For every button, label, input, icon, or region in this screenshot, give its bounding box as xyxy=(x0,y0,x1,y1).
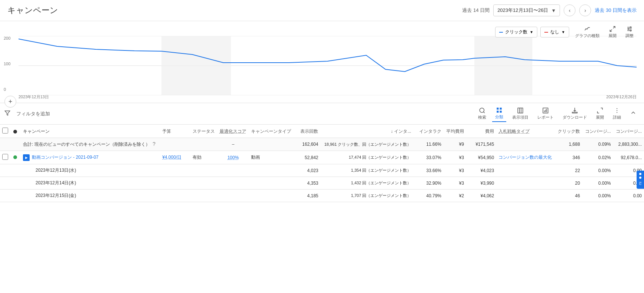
col-campaign[interactable]: キャンペーン xyxy=(21,125,160,138)
sub-bid-cell xyxy=(496,164,555,177)
col-campaign-type: キャンペーンタイプ xyxy=(249,125,294,138)
campaign-score-cell: 100% xyxy=(217,151,249,164)
campaign-bid-link[interactable]: コンバージョン数の最大化 xyxy=(498,155,552,160)
y-axis-labels: 200 100 0 xyxy=(4,36,10,92)
prev-period-button[interactable]: ‹ xyxy=(564,4,575,16)
x-label-end: 2023年12月26日 xyxy=(606,94,637,100)
date-range-value: 2023年12月13日〜26日 xyxy=(497,7,548,14)
metric1-selector[interactable]: クリック数 ▼ xyxy=(495,27,537,37)
sub-score-cell xyxy=(217,164,249,177)
total-bid-cell xyxy=(496,138,555,151)
campaign-checkbox[interactable] xyxy=(2,154,8,160)
side-indicator-label: tU xyxy=(638,182,642,185)
side-panel-indicator[interactable]: tU xyxy=(637,171,644,189)
campaign-name-link[interactable]: 動画コンバージョン - 2021-09-07 xyxy=(32,154,99,161)
collapse-button[interactable] xyxy=(627,108,640,119)
segment-button[interactable]: 分類 xyxy=(492,105,506,122)
table-header-row: キャンペーン 予算 ステータス 最適化スコア キャンペーンタイプ xyxy=(0,125,644,138)
next-period-button[interactable]: › xyxy=(579,4,591,16)
campaign-ctr-cell: 0.02% xyxy=(582,151,613,164)
campaign-clicks-cell: 346 xyxy=(555,151,582,164)
col-status: ステータス xyxy=(190,125,217,138)
chart-area: 200 100 0 2023年12月13日 2023年12月26日 クリック数 … xyxy=(0,21,644,103)
total-ctr-cell: 0.09% xyxy=(582,138,613,151)
svg-point-14 xyxy=(480,108,484,112)
sub-dot-cell xyxy=(11,190,21,202)
date-range-selector[interactable]: 2023年12月13日〜26日 ▼ xyxy=(493,4,560,16)
svg-point-29 xyxy=(617,110,617,111)
sub-interaction-rate-cell: 33.66% xyxy=(413,164,443,177)
campaigns-table: キャンペーン 予算 ステータス 最適化スコア キャンペーンタイプ xyxy=(0,125,644,202)
sub-dot-cell xyxy=(11,177,21,190)
sub-interactions-cell: 1,354 回（エンゲージメント数） xyxy=(320,164,413,177)
total-conversions-cell: 2,883,300... xyxy=(613,138,644,151)
period-label: 過去 14 日間 xyxy=(462,7,490,14)
chart-adjust-button[interactable]: 調整 xyxy=(623,24,637,40)
sub-budget-cell xyxy=(160,164,190,177)
chart-svg-container xyxy=(19,36,637,95)
campaign-bid-cell: コンバージョン数の最大化 xyxy=(496,151,555,164)
sub-date-cell: 2023年12月15日(金) xyxy=(21,190,160,202)
sub-clicks-cell: 22 xyxy=(555,164,582,177)
report-button[interactable]: レポート xyxy=(534,106,557,122)
campaign-checkbox-cell[interactable] xyxy=(0,151,11,164)
total-score-cell: – xyxy=(217,138,249,151)
total-status-cell xyxy=(190,138,217,151)
table-expand-button[interactable]: 展開 xyxy=(593,106,607,122)
dropdown-arrow-icon: ▼ xyxy=(551,8,556,13)
table-row: 2023年12月15日(金) 4,185 1,707 回（エンゲージメント数） … xyxy=(0,190,644,202)
svg-rect-27 xyxy=(572,112,577,113)
campaign-score-value[interactable]: 100% xyxy=(227,155,239,160)
total-interactions-cell: 18,961 クリック数、回（エンゲージメント数） xyxy=(320,138,413,151)
campaign-avg-cost-cell: ¥3 xyxy=(444,151,466,164)
table-row: 2023年12月14日(木) 4,353 1,432 回（エンゲージメント数） … xyxy=(0,177,644,190)
add-filter-button[interactable]: フィルタを追加 xyxy=(13,109,53,119)
download-button[interactable]: ダウンロード xyxy=(560,106,590,122)
col-optimization-score[interactable]: 最適化スコア xyxy=(217,125,249,138)
table-toolbar: フィルタを追加 検索 分類 表示項目 xyxy=(0,103,644,125)
total-impressions-cell: 162,604 xyxy=(294,138,320,151)
page-header: キャンペーン 過去 14 日間 2023年12月13日〜26日 ▼ ‹ › 過去… xyxy=(0,0,644,21)
sub-checkbox-cell xyxy=(0,177,11,190)
filter-icon[interactable] xyxy=(4,110,10,118)
campaign-status-text-cell: 有効 xyxy=(190,151,217,164)
total-clicks-cell: 1,688 xyxy=(555,138,582,151)
total-interaction-rate-cell: 11.66% xyxy=(413,138,443,151)
metric2-color-indicator xyxy=(544,32,548,33)
campaign-conversions-cell: 92,678.0... xyxy=(613,151,644,164)
add-button[interactable]: + xyxy=(4,96,16,108)
sub-impressions-cell: 4,023 xyxy=(294,164,320,177)
campaign-type-cell: 動画 xyxy=(249,151,294,164)
metric2-label: なし xyxy=(550,29,559,35)
svg-rect-20 xyxy=(518,108,523,113)
sub-checkbox-cell xyxy=(0,164,11,177)
graph-type-button[interactable]: グラフの種類 xyxy=(572,24,603,40)
total-avg-cost-cell: ¥9 xyxy=(444,138,466,151)
more-options-button[interactable]: 詳細 xyxy=(610,106,624,122)
sub-date-cell: 2023年12月14日(木) xyxy=(21,177,160,190)
svg-rect-18 xyxy=(497,111,498,113)
chart-expand-button[interactable]: 展開 xyxy=(605,24,620,40)
col-interactions-arrow[interactable]: ↓ インタ... xyxy=(320,125,413,138)
svg-rect-3 xyxy=(161,36,231,95)
total-help-icon[interactable]: ? xyxy=(153,141,156,147)
campaign-budget-link[interactable]: ¥4,000/日 xyxy=(162,155,181,160)
col-budget: 予算 xyxy=(160,125,190,138)
metric2-selector[interactable]: なし ▼ xyxy=(540,27,569,37)
col-clicks: クリック数 xyxy=(555,125,582,138)
col-conversions: コンバージ... xyxy=(613,125,644,138)
total-checkbox-cell xyxy=(0,138,11,151)
sub-cost-cell: ¥4,023 xyxy=(466,164,496,177)
show-30-days-link[interactable]: 過去 30 日間を表示 xyxy=(595,7,637,14)
sub-dot-cell xyxy=(11,164,21,177)
select-all-checkbox[interactable] xyxy=(2,128,8,134)
campaign-interaction-rate-cell: 33.07% xyxy=(413,151,443,164)
total-type-cell xyxy=(249,138,294,151)
svg-rect-4 xyxy=(474,36,532,95)
search-button[interactable]: 検索 xyxy=(475,106,489,122)
columns-button[interactable]: 表示項目 xyxy=(509,106,531,122)
line-series-clicks xyxy=(19,39,637,72)
table-section: フィルタを追加 検索 分類 表示項目 xyxy=(0,103,644,202)
campaign-status-cell xyxy=(11,151,21,164)
col-bid-type[interactable]: 入札戦略タイプ xyxy=(496,125,555,138)
